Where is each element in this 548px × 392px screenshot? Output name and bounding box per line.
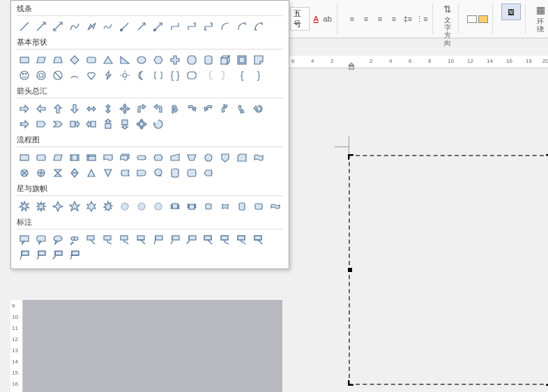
shape-elbow-3[interactable] — [201, 19, 216, 34]
shape-fc-seq-storage[interactable] — [151, 165, 166, 181]
shape-right-arrow[interactable] — [17, 101, 32, 116]
shape-up-arrow-callout[interactable] — [100, 116, 116, 132]
shape-right-bracket[interactable]: 〕 — [218, 68, 233, 83]
shape-line[interactable] — [17, 19, 32, 34]
shape-fc-delay[interactable] — [134, 165, 149, 181]
align-justify-icon[interactable]: ≡ — [388, 13, 400, 25]
font-size-dropdown[interactable]: 五号 — [290, 7, 310, 31]
shape-star-4[interactable] — [50, 199, 66, 214]
shape-accent-callout-1[interactable] — [151, 232, 166, 248]
shape-connector-3[interactable] — [151, 19, 166, 34]
shape-curved-right-arrow[interactable] — [184, 101, 199, 116]
shape-border-callout-4[interactable] — [251, 232, 266, 248]
shape-curved-up-arrow[interactable] — [218, 101, 233, 116]
shape-fc-predefined[interactable] — [67, 150, 82, 165]
shape-cube[interactable] — [218, 52, 233, 68]
shape-bevel[interactable] — [234, 52, 250, 68]
shape-smiley[interactable] — [17, 68, 32, 83]
shape-up-arrow[interactable] — [50, 101, 66, 116]
line-spacing-icon[interactable]: ‡≡ — [402, 13, 414, 25]
shape-double-brace[interactable]: { } — [167, 68, 183, 83]
shape-fc-direct-access[interactable] — [184, 165, 199, 181]
shape-fc-terminator[interactable] — [134, 150, 149, 165]
shape-elbow-1[interactable] — [167, 19, 183, 34]
shape-sun[interactable] — [117, 68, 132, 83]
shape-left-arrow-callout[interactable] — [84, 116, 99, 132]
shape-vertical-scroll[interactable] — [234, 199, 250, 214]
shape-callout-oval[interactable] — [50, 232, 66, 248]
shape-scribble[interactable] — [100, 19, 116, 34]
shape-donut[interactable] — [33, 68, 49, 83]
shape-lightning[interactable] — [100, 68, 116, 83]
shape-line-callout-1[interactable] — [84, 232, 99, 248]
shape-elbow-2[interactable] — [184, 19, 199, 34]
shape-connector-2[interactable] — [134, 19, 149, 34]
shape-fc-alt-process[interactable] — [33, 150, 49, 165]
shape-star-6[interactable] — [84, 199, 99, 214]
shape-plaque[interactable] — [184, 68, 199, 83]
resize-handle-ml[interactable] — [348, 268, 352, 272]
shape-border-callout-1[interactable] — [201, 232, 216, 248]
shape-curved-ribbon-up[interactable] — [201, 199, 216, 214]
align-left-icon[interactable]: ≡ — [346, 13, 358, 25]
shape-parallelogram[interactable] — [33, 52, 49, 68]
shape-ribbon-up[interactable] — [167, 199, 183, 214]
shape-can[interactable] — [201, 52, 216, 68]
shape-fc-display[interactable] — [201, 165, 216, 181]
shape-quad-arrow-callout[interactable] — [134, 116, 149, 132]
indent-marker[interactable] — [349, 60, 354, 67]
textbox-icon-2[interactable] — [478, 15, 488, 23]
shape-fc-sort[interactable] — [67, 165, 82, 181]
shape-heart[interactable] — [84, 68, 99, 83]
shape-rectangle[interactable] — [17, 52, 32, 68]
shape-curved-ribbon-down[interactable] — [218, 199, 233, 214]
list-icon[interactable]: ⋮≡ — [416, 13, 428, 25]
shape-uturn-arrow[interactable] — [167, 101, 183, 116]
shape-bent-arrow-1[interactable] — [134, 101, 149, 116]
shape-freeform[interactable] — [84, 19, 99, 34]
shape-ribbon-down[interactable] — [184, 199, 199, 214]
shape-left-brace[interactable]: { — [234, 68, 250, 83]
shape-fc-multidoc[interactable] — [117, 150, 132, 165]
shape-bent-arrow-2[interactable] — [151, 101, 166, 116]
shape-border-callout-2[interactable] — [218, 232, 233, 248]
shape-curved-left-arrow[interactable] — [201, 101, 216, 116]
shape-diamond[interactable] — [67, 52, 82, 68]
shape-wave[interactable] — [268, 199, 283, 214]
shape-circular-arrow-2[interactable] — [151, 116, 166, 132]
shape-accent-callout-3[interactable] — [184, 232, 199, 248]
shape-quad-arrow[interactable] — [117, 101, 132, 116]
shape-fc-connector[interactable] — [201, 150, 216, 165]
textbox-icon[interactable] — [467, 15, 477, 23]
shape-triangle[interactable] — [100, 52, 116, 68]
font-color-icon[interactable]: A — [311, 13, 321, 25]
shape-fc-or[interactable] — [33, 165, 49, 181]
shape-fc-merge[interactable] — [100, 165, 116, 181]
shape-right-arrow-callout[interactable] — [67, 116, 82, 132]
shape-accent-border-1[interactable] — [17, 248, 32, 263]
shape-arrow-line[interactable] — [33, 19, 49, 34]
shape-fc-data[interactable] — [50, 150, 66, 165]
wrap-icon[interactable]: ▦ — [534, 3, 547, 16]
shape-no-symbol[interactable] — [50, 68, 66, 83]
text-frame-selection[interactable] — [349, 155, 548, 385]
shape-left-right-arrow[interactable] — [84, 101, 99, 116]
shape-double-bracket[interactable] — [151, 68, 166, 83]
shape-pentagon-arrow[interactable] — [33, 116, 49, 132]
shape-curve[interactable] — [67, 19, 82, 34]
shape-curved-conn-2[interactable] — [234, 19, 250, 34]
shape-accent-border-3[interactable] — [50, 248, 66, 263]
shape-hexagon[interactable] — [151, 52, 166, 68]
shape-callout-cloud[interactable] — [67, 232, 82, 248]
shape-connector-1[interactable] — [117, 19, 132, 34]
shape-explosion-2[interactable] — [33, 199, 49, 214]
shape-horizontal-scroll[interactable] — [251, 199, 266, 214]
shape-octagon[interactable] — [184, 52, 199, 68]
align-center-icon[interactable]: ≡ — [360, 13, 372, 25]
shape-star-8[interactable] — [100, 199, 116, 214]
shape-left-bracket[interactable]: 〔 — [201, 68, 216, 83]
shape-curved-conn-3[interactable] — [251, 19, 266, 34]
shape-chevron[interactable] — [50, 116, 66, 132]
shape-accent-border-2[interactable] — [33, 248, 49, 263]
shape-curved-conn-1[interactable] — [218, 19, 233, 34]
